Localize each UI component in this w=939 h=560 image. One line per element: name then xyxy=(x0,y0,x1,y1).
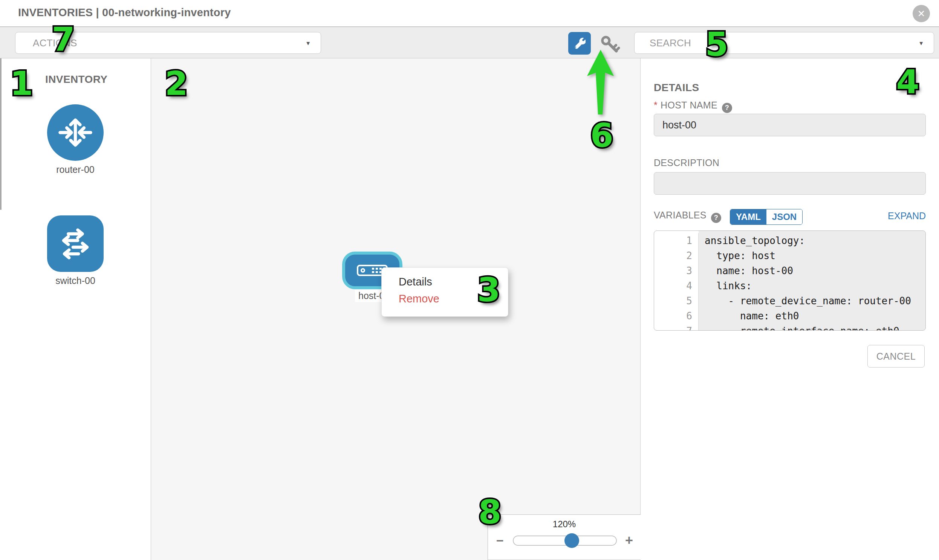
expand-link[interactable]: EXPAND xyxy=(888,211,926,222)
zoom-out-button[interactable]: − xyxy=(496,533,504,548)
code-line: 4 links: xyxy=(654,278,925,293)
wrench-icon xyxy=(574,37,586,49)
search-dropdown[interactable]: SEARCH ▼ xyxy=(634,32,934,54)
sidebar-item-label: switch-00 xyxy=(47,275,103,286)
annotation-7: 7 xyxy=(52,23,75,56)
annotation-3: 3 xyxy=(477,274,500,306)
sidebar-item-router[interactable]: router-00 xyxy=(47,104,103,175)
zoom-slider-track[interactable] xyxy=(513,535,617,546)
code-line: 2 type: host xyxy=(654,248,925,263)
inventory-sidebar: INVENTORY router-00 xyxy=(0,58,151,560)
annotation-arrow-icon xyxy=(586,49,617,117)
chevron-down-icon: ▼ xyxy=(918,40,924,46)
code-line: 1ansible_topology: xyxy=(654,233,925,248)
sidebar-item-label: router-00 xyxy=(47,164,103,175)
details-panel: DETAILS *HOST NAME? host-00 DESCRIPTION … xyxy=(641,58,939,560)
code-line: 7 remote_interface_name: eth0 xyxy=(654,323,925,331)
required-asterisk: * xyxy=(654,100,657,110)
description-label: DESCRIPTION xyxy=(654,157,719,168)
sidebar-scrollbar[interactable] xyxy=(0,58,2,210)
help-icon[interactable]: ? xyxy=(722,103,732,113)
page-title: INVENTORIES | 00-networking-inventory xyxy=(18,6,231,19)
header-bar: INVENTORIES | 00-networking-inventory ✕ xyxy=(0,0,939,27)
cancel-button[interactable]: CANCEL xyxy=(867,345,925,368)
toggle-yaml-button[interactable]: YAML xyxy=(730,209,766,225)
sidebar-item-switch[interactable]: switch-00 xyxy=(47,215,103,286)
search-dropdown-placeholder: SEARCH xyxy=(650,37,691,49)
toolbar: ACTIONS ▼ SEARCH ▼ xyxy=(0,27,939,58)
variables-label: VARIABLES xyxy=(654,210,706,220)
toggle-json-button[interactable]: JSON xyxy=(766,209,802,225)
router-icon xyxy=(47,104,103,161)
annotation-5: 5 xyxy=(705,28,728,61)
zoom-in-button[interactable]: + xyxy=(625,532,633,548)
annotation-1: 1 xyxy=(10,67,33,100)
code-line: 5 - remote_device_name: router-00 xyxy=(654,293,925,308)
host-name-label: *HOST NAME? xyxy=(654,100,732,113)
annotation-8: 8 xyxy=(478,495,501,529)
sidebar-title: INVENTORY xyxy=(45,74,107,86)
host-name-field[interactable]: host-00 xyxy=(654,114,926,136)
annotation-2: 2 xyxy=(165,67,188,100)
annotation-4: 4 xyxy=(896,66,919,98)
inventory-topology-window: INVENTORIES | 00-networking-inventory ✕ … xyxy=(0,0,939,560)
variables-code-editor[interactable]: 1ansible_topology: 2 type: host 3 name: … xyxy=(654,231,926,331)
annotation-6: 6 xyxy=(590,119,613,152)
switch-icon xyxy=(47,215,103,272)
zoom-control: 120% − + xyxy=(487,514,641,560)
chevron-down-icon: ▼ xyxy=(305,40,311,46)
help-icon[interactable]: ? xyxy=(711,213,721,223)
variables-format-toggle: YAML JSON xyxy=(730,209,803,225)
details-panel-title: DETAILS xyxy=(654,82,699,94)
code-line: 6 name: eth0 xyxy=(654,308,925,323)
topology-canvas[interactable]: host-00 Details Remove 120% − + xyxy=(151,58,641,560)
close-icon[interactable]: ✕ xyxy=(913,5,930,22)
description-field[interactable] xyxy=(654,172,926,195)
code-line: 3 name: host-00 xyxy=(654,263,925,278)
zoom-level: 120% xyxy=(488,519,641,529)
variables-row: VARIABLES? YAML JSON EXPAND xyxy=(654,210,926,226)
zoom-slider-thumb[interactable] xyxy=(564,533,579,548)
